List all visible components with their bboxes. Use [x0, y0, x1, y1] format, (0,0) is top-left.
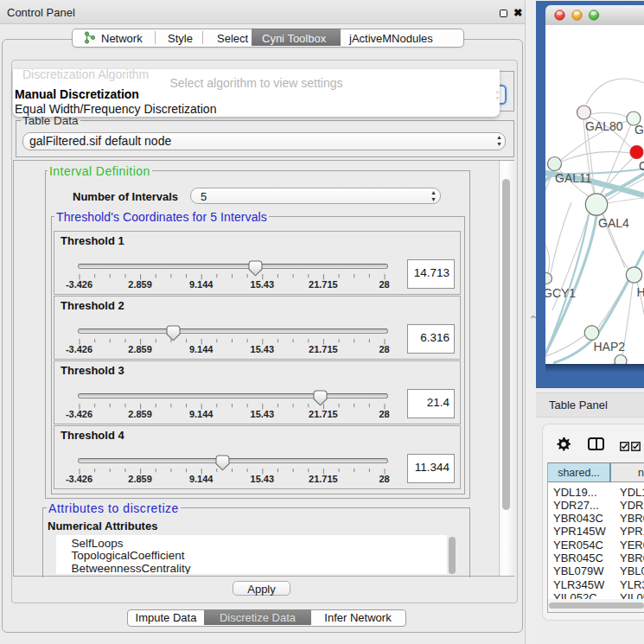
svg-text:HAP2: HAP2	[594, 340, 626, 354]
svg-text:C: C	[639, 159, 644, 173]
svg-text:H: H	[637, 285, 644, 299]
svg-text:GAL80: GAL80	[585, 119, 623, 133]
svg-text:GAL4: GAL4	[598, 216, 629, 230]
svg-text:GAL11: GAL11	[555, 171, 592, 185]
svg-text:G.: G.	[634, 123, 644, 137]
svg-text:GCY1: GCY1	[545, 286, 576, 300]
